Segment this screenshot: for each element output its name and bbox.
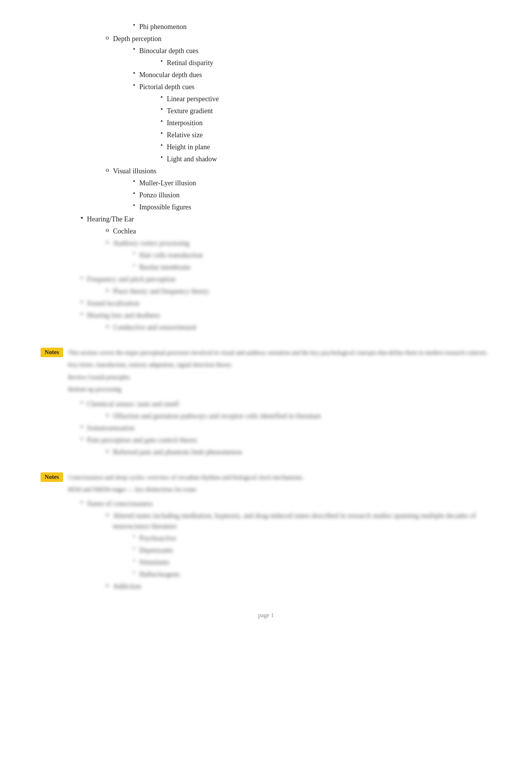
list-item-blurred: o Altered states including meditation, h… <box>41 510 491 532</box>
section-divider-2: Notes Consciousness and sleep cycles: ov… <box>41 472 491 592</box>
bullet-icon: ▪ <box>81 274 83 282</box>
list-item: ▪ Ponzo illusion <box>41 190 491 200</box>
page-content: ▪ Phi phenomenon o Depth perception ▪ Bi… <box>41 22 491 619</box>
bullet-icon: ▪ <box>133 22 135 28</box>
bullet-icon: ▪ <box>133 202 135 208</box>
list-item: ▪ Interposition <box>41 118 491 128</box>
page-number: page 1 <box>41 612 491 619</box>
list-item-blurred: o Addiction <box>41 581 491 592</box>
item-text: Cochlea <box>113 226 492 236</box>
bullet-icon: ▪ <box>161 118 163 124</box>
bullet-icon: ▪ <box>133 70 135 76</box>
section-divider: Notes This section covers the major perc… <box>41 348 491 457</box>
item-text: Conductive and sensorineural <box>113 322 492 333</box>
bullet-icon: o <box>106 322 109 330</box>
list-item-blurred: ▪ Chemical senses: taste and smell <box>41 399 491 409</box>
bullet-icon: ▪ <box>133 82 135 88</box>
list-item-blurred: ▪ Sound localization <box>41 298 491 309</box>
page-number-text: page 1 <box>258 612 274 619</box>
list-item-blurred: o Conductive and sensorineural <box>41 322 491 333</box>
item-text: Hair cells transduction <box>139 250 491 260</box>
item-text: Addiction <box>113 581 492 592</box>
item-text: Relative size <box>167 130 491 140</box>
item-text: States of consciousness <box>87 498 491 509</box>
list-item: ▪ Light and shadow <box>41 154 491 164</box>
bullet-icon: o <box>106 411 109 419</box>
list-item-blurred: ▪ States of consciousness <box>41 498 491 509</box>
list-item: ▪ Retinal disparity <box>41 58 491 68</box>
bullet-icon: ▪ <box>133 545 135 551</box>
item-text: Height in plane <box>167 142 491 152</box>
list-item-blurred: ▪ Hallucinogens <box>41 569 491 580</box>
item-text: Pain perception and gate control theory <box>87 435 491 445</box>
list-item-blurred: o Olfaction and gustation pathways and r… <box>41 411 491 421</box>
bullet-icon: ▪ <box>161 142 163 148</box>
list-item: ▪ Height in plane <box>41 142 491 152</box>
bullet-icon: ▪ <box>161 106 163 112</box>
item-text: Ponzo illusion <box>139 190 491 200</box>
list-item-blurred: ▪ Hair cells transduction <box>41 250 491 260</box>
annotation-content: This section covers the major perceptual… <box>68 348 491 395</box>
item-text: Depressants <box>139 545 491 556</box>
item-text: Hallucinogens <box>139 569 491 580</box>
annotation-text-blurred: Key terms: transduction, sensory adaptat… <box>68 360 491 370</box>
list-item-blurred: ▪ Hearing loss and deafness <box>41 310 491 321</box>
list-item-blurred: ▪ Basilar membrane <box>41 262 491 273</box>
list-item-blurred: ▪ Stimulants <box>41 557 491 568</box>
bullet-icon: o <box>106 581 109 589</box>
annotation-label: Notes <box>41 348 63 357</box>
item-text: Monocular depth dues <box>139 70 491 80</box>
bullet-icon: ▪ <box>133 533 135 539</box>
item-text: Sound localization <box>87 298 491 309</box>
list-item-blurred: ▪ Pain perception and gate control theor… <box>41 435 491 445</box>
list-item-blurred: ▪ Depressants <box>41 545 491 556</box>
annotation-text-blurred: Review Gestalt principles <box>68 372 491 382</box>
annotation-text-blurred-2: Consciousness and sleep cycles: overview… <box>68 472 491 482</box>
list-item: ▪ Relative size <box>41 130 491 140</box>
item-text: Psychoactive <box>139 533 491 544</box>
bullet-icon: ▪ <box>133 569 135 575</box>
item-text: Interposition <box>167 118 491 128</box>
list-item: ▪ Impossible figures <box>41 202 491 212</box>
item-text: Visual illusions <box>113 166 492 176</box>
annotation-text-blurred: This section covers the major perceptual… <box>68 348 491 358</box>
annotation-text-blurred-2b: REM and NREM stages — key distinctions f… <box>68 484 491 494</box>
item-text: Impossible figures <box>139 202 491 212</box>
bullet-icon: ▪ <box>161 154 163 160</box>
item-text: Auditory cortex processing <box>113 238 492 248</box>
item-text: Referred pain and phantom limb phenomeno… <box>113 447 492 457</box>
list-item: ▪ Monocular depth dues <box>41 70 491 80</box>
list-item: ▪ Linear perspective <box>41 94 491 104</box>
item-text: Retinal disparity <box>167 58 491 68</box>
item-text: Linear perspective <box>167 94 491 104</box>
bullet-icon: o <box>106 238 109 246</box>
item-text: Phi phenomenon <box>139 22 491 32</box>
annotation-text-blurred: Bottom-up processing <box>68 384 491 394</box>
bullet-icon: o <box>106 166 109 174</box>
bullet-icon: ▪ <box>81 310 83 318</box>
bullet-icon: ▪ <box>133 46 135 52</box>
bullet-icon: ▪ <box>133 250 135 256</box>
list-item: ▪ Muller-Lyer illusion <box>41 178 491 188</box>
item-text: Muller-Lyer illusion <box>139 178 491 188</box>
bullet-icon: o <box>106 226 109 234</box>
list-item-blurred: ▪ Frequency and pitch perception <box>41 274 491 285</box>
item-text: Texture gradient <box>167 106 491 116</box>
list-item: ▪ Phi phenomenon <box>41 22 491 32</box>
bullet-icon: ▪ <box>81 298 83 306</box>
item-text: Stimulants <box>139 557 491 568</box>
item-text: Depth perception <box>113 34 492 44</box>
bullet-icon: ▪ <box>133 557 135 563</box>
bullet-icon: ▪ <box>81 423 83 431</box>
bullet-icon: ▪ <box>161 58 163 64</box>
item-text: Chemical senses: taste and smell <box>87 399 491 409</box>
bullet-icon: ▪ <box>81 435 83 443</box>
annotation-label-2: Notes <box>41 472 63 482</box>
bullet-icon: o <box>106 34 109 42</box>
list-item: ▪ Texture gradient <box>41 106 491 116</box>
item-text: Olfaction and gustation pathways and rec… <box>113 411 492 421</box>
item-text: Somatosensation <box>87 423 491 433</box>
list-item: ▪ Pictorial depth cues <box>41 82 491 92</box>
list-item-blurred: o Auditory cortex processing <box>41 238 491 248</box>
item-text: Hearing/The Ear <box>87 214 491 224</box>
